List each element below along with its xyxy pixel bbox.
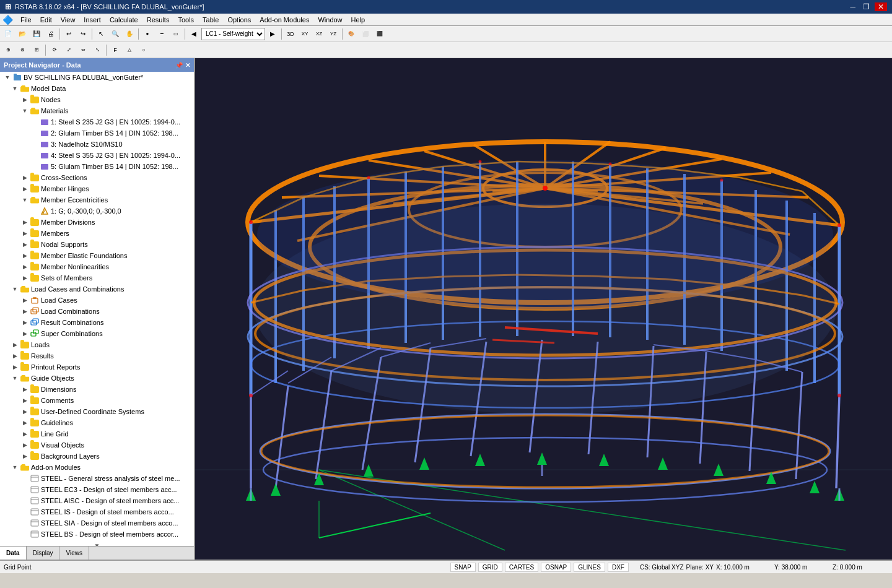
mirror-btn[interactable]: ⇔ <box>76 43 90 57</box>
menu-addon[interactable]: Add-on Modules <box>256 15 313 25</box>
tree-steel-ec3[interactable]: ▶ STEEL EC3 - Design of steel members ac… <box>0 484 194 495</box>
model-data-expander[interactable]: ▼ <box>10 84 20 93</box>
menu-view[interactable]: View <box>57 15 79 25</box>
redo-button[interactable]: ↪ <box>76 27 90 41</box>
tree-member-divisions[interactable]: ▶ Member Divisions <box>0 217 194 228</box>
menu-window[interactable]: Window <box>314 15 346 25</box>
tab-views[interactable]: Views <box>59 547 89 560</box>
hinges-btn[interactable]: ○ <box>137 43 151 57</box>
status-osnap[interactable]: OSNAP <box>541 563 571 572</box>
zoom-button[interactable]: 🔍 <box>108 27 122 41</box>
tree-mat4[interactable]: ▶ 4: Steel S 355 J2 G3 | EN 10025: 1994-… <box>0 150 194 161</box>
tree-ecc1[interactable]: ▶ 1: G; 0,-300,0; 0,-300,0 <box>0 205 194 217</box>
tree-sets-of-members[interactable]: ▶ Sets of Members <box>0 272 194 283</box>
tree-member-hinges[interactable]: ▶ Member Hinges <box>0 183 194 194</box>
loads-btn[interactable]: F <box>108 43 122 57</box>
tree-result-combinations[interactable]: ▶ Result Combinations <box>0 317 194 328</box>
status-snap[interactable]: SNAP <box>450 563 476 572</box>
minimize-button[interactable]: ─ <box>847 2 858 11</box>
status-cartes[interactable]: CARTES <box>505 563 538 572</box>
tree-nodal-supports[interactable]: ▶ Nodal Supports <box>0 239 194 250</box>
menu-tools[interactable]: Tools <box>174 15 198 25</box>
materials-expander[interactable]: ▼ <box>20 106 30 116</box>
tree-addon-modules[interactable]: ▼ Add-on Modules <box>0 462 194 473</box>
tree-super-combinations[interactable]: ▶ Super Combinations <box>0 328 194 339</box>
close-button[interactable]: ✕ <box>875 2 887 11</box>
nav-close-icon[interactable]: ✕ <box>185 62 190 69</box>
load-case-prev[interactable]: ◀ <box>187 27 201 41</box>
tree-guide-objects[interactable]: ▼ Guide Objects <box>0 373 194 384</box>
menu-file[interactable]: File <box>17 15 35 25</box>
tree-results[interactable]: ▶ Results <box>0 350 194 361</box>
save-button[interactable]: 💾 <box>30 27 43 41</box>
tree-mat1[interactable]: ▶ 1: Steel S 235 J2 G3 | EN 10025: 1994-… <box>0 116 194 128</box>
supports-btn[interactable]: △ <box>123 43 136 57</box>
snap-node[interactable]: ⊕ <box>1 43 15 57</box>
rotate-btn[interactable]: ⟳ <box>48 43 61 57</box>
undo-button[interactable]: ↩ <box>62 27 76 41</box>
tree-mat2[interactable]: ▶ 2: Glulam Timber BS 14 | DIN 1052: 198… <box>0 128 194 139</box>
wire-btn[interactable]: ⬜ <box>359 27 372 41</box>
view-xz-button[interactable]: XZ <box>312 27 326 41</box>
menu-insert[interactable]: Insert <box>80 15 105 25</box>
restore-button[interactable]: ❐ <box>860 2 872 11</box>
tree-nodes[interactable]: ▶ Nodes <box>0 94 194 105</box>
status-glines[interactable]: GLINES <box>574 563 605 572</box>
menu-help[interactable]: Help <box>348 15 369 25</box>
tree-member-nonlin[interactable]: ▶ Member Nonlinearities <box>0 261 194 272</box>
view-yz-button[interactable]: YZ <box>326 27 340 41</box>
tree-line-grid[interactable]: ▶ Line Grid <box>0 428 194 439</box>
member-button[interactable]: ━ <box>155 27 168 41</box>
status-dxf[interactable]: DXF <box>608 563 629 572</box>
nav-tree[interactable]: ▼ BV SCHILLING FA DLUBAL_vonGuter* ▼ Mod… <box>0 72 194 546</box>
tree-steel-sia[interactable]: ▶ STEEL SIA - Design of steel members ac… <box>0 517 194 529</box>
tree-member-eccentricities[interactable]: ▼ Member Eccentricities <box>0 194 194 205</box>
menu-edit[interactable]: Edit <box>37 15 56 25</box>
tree-user-coord[interactable]: ▶ User-Defined Coordinate Systems <box>0 406 194 417</box>
new-button[interactable]: 📄 <box>1 27 15 41</box>
load-case-next[interactable]: ▶ <box>266 27 279 41</box>
tree-mat3[interactable]: ▶ 3: Nadelholz S10/MS10 <box>0 139 194 150</box>
tree-steel-is[interactable]: ▶ STEEL IS - Design of steel members acc… <box>0 506 194 517</box>
tree-root[interactable]: ▼ BV SCHILLING FA DLUBAL_vonGuter* <box>0 72 194 83</box>
view-xy-button[interactable]: XY <box>298 27 312 41</box>
tree-dimensions[interactable]: ▶ Dimensions <box>0 384 194 395</box>
tree-visual-objects[interactable]: ▶ Visual Objects <box>0 439 194 451</box>
tree-background-layers[interactable]: ▶ Background Layers <box>0 451 194 462</box>
tab-data[interactable]: Data <box>0 547 27 560</box>
titlebar-controls[interactable]: ─ ❐ ✕ <box>847 2 887 11</box>
tree-load-cases[interactable]: ▶ Load Cases <box>0 295 194 306</box>
move-btn[interactable]: ⤢ <box>62 43 76 57</box>
menu-options[interactable]: Options <box>224 15 255 25</box>
menu-results[interactable]: Results <box>143 15 173 25</box>
render-btn[interactable]: 🎨 <box>344 27 358 41</box>
tree-model-data[interactable]: ▼ Model Data <box>0 83 194 94</box>
tree-comments[interactable]: ▶ Comments <box>0 395 194 406</box>
status-grid[interactable]: GRID <box>478 563 502 572</box>
nav-pin-icon[interactable]: 📌 <box>175 62 183 69</box>
root-expander[interactable]: ▼ <box>2 72 12 82</box>
tree-steel-aisc[interactable]: ▶ STEEL AISC - Design of steel members a… <box>0 495 194 506</box>
tree-cross-sections[interactable]: ▶ Cross-Sections <box>0 172 194 183</box>
tree-load-combinations[interactable]: ▶ Load Combinations <box>0 306 194 317</box>
load-case-select[interactable]: LC1 - Self-weight <box>201 28 265 40</box>
select-button[interactable]: ↖ <box>94 27 108 41</box>
tree-members[interactable]: ▶ Members <box>0 228 194 239</box>
solid-btn[interactable]: ⬛ <box>373 27 387 41</box>
tab-display[interactable]: Display <box>27 547 60 560</box>
tree-steel-general[interactable]: ▶ STEEL - General stress analysis of ste… <box>0 473 194 484</box>
open-button[interactable]: 📂 <box>15 27 29 41</box>
tree-loads[interactable]: ▶ Loads <box>0 339 194 350</box>
surface-button[interactable]: ▭ <box>169 27 183 41</box>
view3d-button[interactable]: 3D <box>284 27 297 41</box>
nodes-expander[interactable]: ▶ <box>20 95 30 105</box>
menu-calculate[interactable]: Calculate <box>106 15 142 25</box>
snap-grid[interactable]: ⊞ <box>30 43 43 57</box>
scale-btn[interactable]: ⤡ <box>90 43 104 57</box>
tree-mat5[interactable]: ▶ 5: Glulam Timber BS 14 | DIN 1052: 198… <box>0 161 194 172</box>
menu-table[interactable]: Table <box>199 15 222 25</box>
canvas-area[interactable] <box>195 58 892 560</box>
tree-load-cases-comb[interactable]: ▼ Load Cases and Combinations <box>0 283 194 295</box>
tree-steel-bs[interactable]: ▶ STEEL BS - Design of steel members acc… <box>0 529 194 540</box>
node-button[interactable]: ● <box>141 27 154 41</box>
